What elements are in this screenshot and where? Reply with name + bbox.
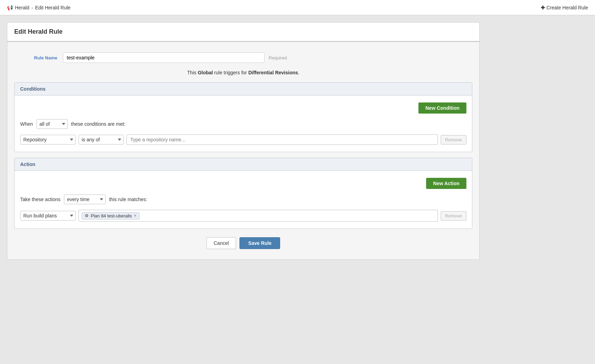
conditions-body: New Condition When all of any of these c… bbox=[15, 96, 472, 152]
conditions-section: Conditions New Condition When all of any… bbox=[14, 82, 472, 152]
repository-input[interactable] bbox=[127, 134, 438, 145]
herald-icon: 📢 bbox=[7, 5, 13, 10]
global-text: Global bbox=[198, 70, 213, 75]
cancel-button[interactable]: Cancel bbox=[206, 237, 236, 249]
page-header: Edit Herald Rule bbox=[7, 22, 480, 42]
condition-operator-select[interactable]: is any of is not any of bbox=[79, 135, 124, 144]
plan-tag: ⚙ Plan 84 test-uberalls × bbox=[82, 212, 140, 220]
save-rule-button[interactable]: Save Rule bbox=[239, 237, 280, 249]
rule-info: This Global rule triggers for Differenti… bbox=[14, 70, 472, 75]
remove-condition-button[interactable]: Remove bbox=[441, 135, 466, 144]
new-condition-button[interactable]: New Condition bbox=[418, 102, 466, 114]
condition-row-0: Repository Author Tags Title Description… bbox=[20, 134, 466, 145]
rule-matches-text: this rule matches: bbox=[109, 197, 147, 202]
action-body: New Action Take these actions every time… bbox=[15, 171, 472, 229]
create-herald-rule-link[interactable]: ✚ Create Herald Rule bbox=[541, 5, 588, 10]
plan-tag-text: Plan 84 test-uberalls bbox=[91, 213, 132, 218]
plan-icon: ⚙ bbox=[85, 213, 89, 218]
differential-text: Differential Revisions bbox=[248, 70, 298, 75]
condition-field-select[interactable]: Repository Author Tags Title Description bbox=[20, 135, 76, 144]
plus-icon: ✚ bbox=[541, 5, 545, 10]
all-of-select[interactable]: all of any of bbox=[36, 119, 68, 129]
plan-tag-close-icon[interactable]: × bbox=[134, 213, 137, 218]
breadcrumb-current: Edit Herald Rule bbox=[35, 5, 71, 10]
condition-when-row: When all of any of these conditions are … bbox=[20, 119, 466, 129]
breadcrumb: 📢 Herald › Edit Herald Rule bbox=[7, 5, 71, 10]
new-action-button[interactable]: New Action bbox=[426, 178, 466, 189]
breadcrumb-separator: › bbox=[31, 5, 33, 10]
take-text: Take these actions bbox=[20, 197, 60, 202]
rule-name-row: Rule Name Required bbox=[14, 52, 472, 63]
remove-action-button[interactable]: Remove bbox=[441, 211, 466, 221]
action-section: Action New Action Take these actions eve… bbox=[14, 158, 472, 229]
conditions-header: Conditions bbox=[15, 83, 472, 96]
page-content: Edit Herald Rule Rule Name Required This… bbox=[0, 15, 487, 267]
conditions-met-text: these conditions are met: bbox=[71, 121, 125, 127]
every-time-select[interactable]: every time only the first time bbox=[64, 195, 106, 204]
plan-tag-container[interactable]: ⚙ Plan 84 test-uberalls × bbox=[79, 210, 438, 222]
action-row-0: Run build plans Notify Add CC Add review… bbox=[20, 210, 466, 222]
action-type-select[interactable]: Run build plans Notify Add CC Add review… bbox=[20, 211, 76, 221]
action-when-row: Take these actions every time only the f… bbox=[20, 195, 466, 204]
top-bar: 📢 Herald › Edit Herald Rule ✚ Create Her… bbox=[0, 0, 595, 15]
herald-link[interactable]: Herald bbox=[15, 5, 29, 10]
when-text: When bbox=[20, 121, 33, 127]
page-title: Edit Herald Rule bbox=[14, 28, 472, 35]
action-header: Action bbox=[15, 158, 472, 171]
rule-name-input[interactable] bbox=[63, 52, 264, 63]
form-container: Rule Name Required This Global rule trig… bbox=[7, 42, 480, 260]
footer-buttons: Cancel Save Rule bbox=[14, 237, 472, 249]
rule-name-label: Rule Name bbox=[14, 55, 63, 60]
required-text: Required bbox=[269, 55, 287, 60]
